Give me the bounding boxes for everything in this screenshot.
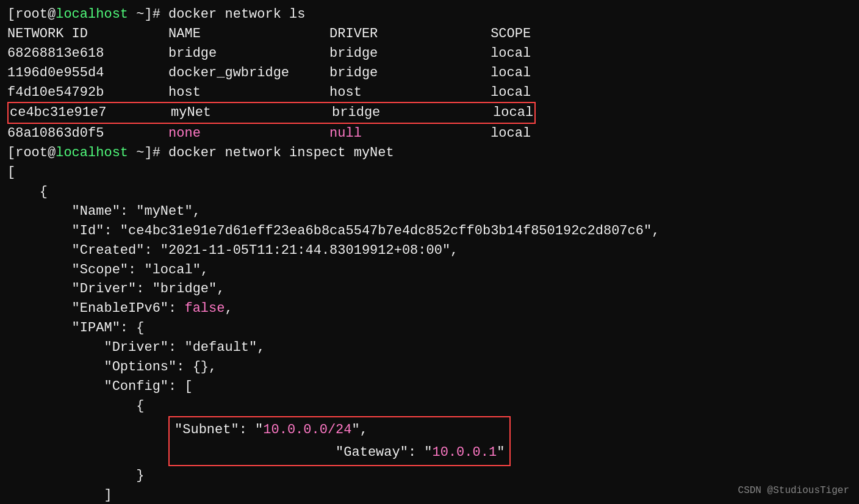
json-scope: "Scope": "local", <box>7 261 852 280</box>
watermark: CSDN @StudiousTiger <box>738 484 849 498</box>
json-config-array-close: ] <box>7 486 852 504</box>
command-line-1: [root@localhost ~]# docker network ls <box>7 5 852 24</box>
terminal: [root@localhost ~]# docker network ls NE… <box>0 0 859 504</box>
json-created: "Created": "2021-11-05T11:21:44.83019912… <box>7 241 852 261</box>
json-config-close: } <box>7 466 852 486</box>
json-ipam-config: "Config": [ <box>7 377 852 397</box>
table-row-none: 68a10863d0f5 none null local <box>7 124 852 143</box>
table-row: 68268813e618 bridge bridge local <box>7 44 852 63</box>
table-header: NETWORK ID NAME DRIVER SCOPE <box>7 24 852 44</box>
table-row: 1196d0e955d4 docker_gwbridge bridge loca… <box>7 63 852 83</box>
json-open-bracket: [ <box>7 163 852 182</box>
command-line-2: [root@localhost ~]# docker network inspe… <box>7 143 852 163</box>
json-driver: "Driver": "bridge", <box>7 279 852 299</box>
json-ipam-driver: "Driver": "default", <box>7 338 852 358</box>
table-row-highlighted: ce4bc31e91e7 myNet bridge local <box>7 102 852 124</box>
json-name: "Name": "myNet", <box>7 202 852 221</box>
table-row: f4d10e54792b host host local <box>7 83 852 103</box>
json-open-brace: { <box>7 182 852 202</box>
json-enableipv6: "EnableIPv6": false, <box>7 299 852 319</box>
json-ipam-options: "Options": {}, <box>7 358 852 377</box>
json-subnet-gateway-block: "Subnet": "10.0.0.0/24", "Gateway": "10.… <box>7 416 852 467</box>
json-ipam: "IPAM": { <box>7 319 852 338</box>
json-config-open: { <box>7 397 852 416</box>
json-id: "Id": "ce4bc31e91e7d61eff23ea6b8ca5547b7… <box>7 221 852 241</box>
